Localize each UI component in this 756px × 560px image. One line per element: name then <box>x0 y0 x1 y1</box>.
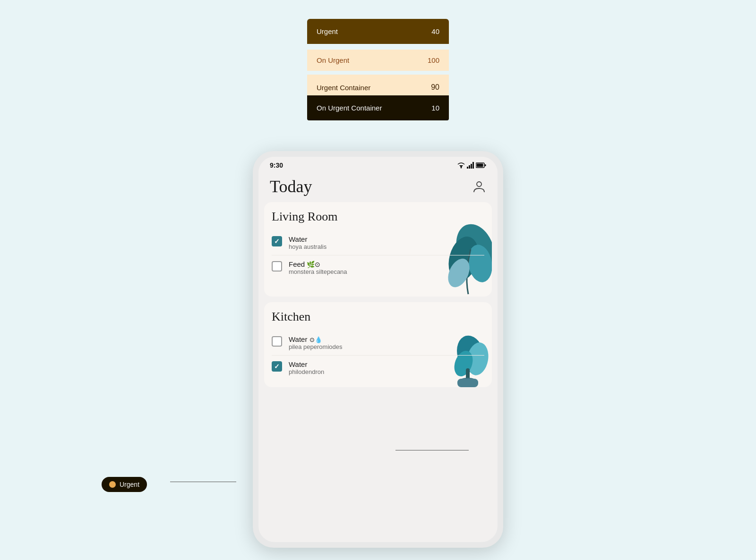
on-urgent-container-swatch: On Urgent Container 10 <box>307 95 449 120</box>
signal-icon <box>467 162 474 169</box>
svg-rect-7 <box>477 164 483 167</box>
task-text-pilea: Water ⊙💧 pilea peperomiodes <box>289 335 484 350</box>
content-area: Living Room Water hoya australis Feed <box>258 202 498 393</box>
svg-rect-8 <box>485 164 486 166</box>
status-time: 9:30 <box>270 161 283 169</box>
urgent-label: Urgent <box>317 27 338 35</box>
connector-line-left <box>170 482 236 482</box>
task-feed-monstera[interactable]: Feed 🌿⊙ monstera siltepecana <box>272 255 484 280</box>
task-checkbox-hoya[interactable] <box>272 236 282 246</box>
task-plant-hoya: hoya australis <box>289 243 484 250</box>
profile-icon[interactable] <box>472 179 486 194</box>
task-action-feed: Feed 🌿⊙ <box>289 260 484 268</box>
living-room-section: Living Room Water hoya australis Feed <box>264 202 492 297</box>
on-urgent-swatch: On Urgent 100 <box>307 50 449 71</box>
urgent-tooltip-left: Urgent <box>102 477 147 492</box>
svg-point-9 <box>477 182 481 187</box>
on-urgent-container-value: 10 <box>431 104 439 112</box>
task-text-philodendron: Water philodendron <box>289 360 484 375</box>
urgent-label-left: Urgent <box>120 481 139 488</box>
kitchen-section: Kitchen Water ⊙💧 pilea peperomiodes <box>264 302 492 387</box>
task-water-philodendron[interactable]: Water philodendron <box>272 355 484 380</box>
svg-point-1 <box>461 167 462 169</box>
on-urgent-container-label: On Urgent Container <box>317 104 382 112</box>
urgent-container-swatch: Urgent Container 90 <box>307 75 449 95</box>
task-action-water-philodendron: Water <box>289 360 484 368</box>
phone-screen: 9:30 <box>258 157 498 542</box>
phone-mockup: 9:30 <box>253 151 503 548</box>
app-header: Today <box>258 172 498 202</box>
task-checkbox-monstera[interactable] <box>272 261 282 272</box>
urgent-value: 40 <box>431 27 439 35</box>
connector-line-right <box>395 450 469 450</box>
svg-rect-3 <box>469 165 470 169</box>
on-urgent-label: On Urgent <box>317 56 349 64</box>
task-water-pilea[interactable]: Water ⊙💧 pilea peperomiodes <box>272 331 484 355</box>
wifi-icon <box>457 162 465 169</box>
person-icon <box>473 180 485 193</box>
task-text-monstera: Feed 🌿⊙ monstera siltepecana <box>289 260 484 275</box>
task-water-hoya[interactable]: Water hoya australis <box>272 230 484 255</box>
status-icons <box>457 162 486 169</box>
app-title: Today <box>270 177 312 196</box>
urgent-container-label: Urgent Container <box>317 84 370 92</box>
kitchen-title: Kitchen <box>272 310 484 324</box>
battery-icon <box>476 162 486 168</box>
task-action-water: Water <box>289 235 484 243</box>
task-text-hoya: Water hoya australis <box>289 235 484 250</box>
svg-rect-4 <box>471 164 472 169</box>
urgent-dot-left <box>109 481 116 488</box>
task-plant-monstera: monstera siltepecana <box>289 268 484 275</box>
task-plant-philodendron: philodendron <box>289 368 484 375</box>
task-plant-pilea: pilea peperomiodes <box>289 343 484 350</box>
urgent-container-value: 90 <box>431 83 439 92</box>
task-checkbox-philodendron[interactable] <box>272 361 282 372</box>
task-action-water-pilea: Water ⊙💧 <box>289 335 484 343</box>
status-bar: 9:30 <box>258 157 498 172</box>
svg-rect-5 <box>472 162 474 169</box>
urgent-swatch: Urgent 40 <box>307 19 449 44</box>
swatches-section: Urgent 40 On Urgent 100 Urgent Container… <box>307 19 449 120</box>
svg-rect-2 <box>467 167 468 169</box>
task-checkbox-pilea[interactable] <box>272 336 282 347</box>
on-urgent-value: 100 <box>428 56 439 64</box>
